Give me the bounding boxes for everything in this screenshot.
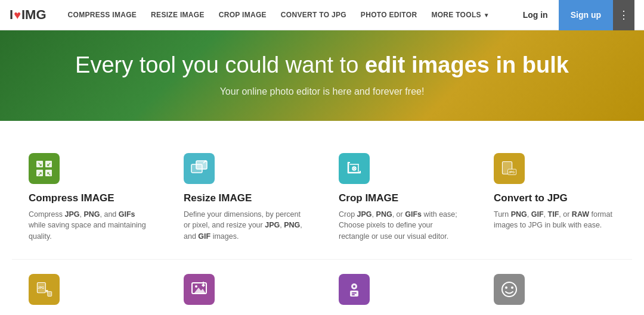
hero-section: Every tool you could want to edit images… [0, 30, 644, 121]
nav-photo-editor[interactable]: PHOTO EDITOR [354, 0, 425, 30]
nav-convert-to-jpg[interactable]: CONVERT TO JPG [274, 0, 354, 30]
resize-desc: Define your dimensions, by percent or pi… [184, 209, 305, 242]
compress-icon: ↘ ↙ ↗ ↖ [29, 153, 60, 184]
svg-point-23 [195, 285, 197, 288]
tool-convert-to-jpg[interactable]: JPG Convert to JPG Turn PNG, GIF, TIF, o… [477, 139, 632, 260]
tool-meme[interactable]: Meme generator Create your memes online … [477, 260, 632, 315]
svg-rect-29 [352, 294, 355, 295]
login-button[interactable]: Log in [512, 0, 559, 30]
photo-editor-svg [190, 280, 208, 298]
hero-subtext: Your online photo editor is here and for… [12, 86, 632, 97]
logo-img: IMG [21, 7, 47, 23]
svg-rect-9 [196, 161, 207, 169]
tool-convert-from-jpg[interactable]: JPG Convert from JPG Turn JPG images to … [12, 260, 167, 315]
watermark-svg [345, 280, 363, 298]
resize-svg [190, 160, 208, 177]
convert-to-jpg-icon: JPG [494, 153, 525, 184]
convert-to-jpg-title: Convert to JPG [494, 192, 615, 204]
tools-grid: ↘ ↙ ↗ ↖ Compress IMAGE Compress JPG, PNG… [12, 139, 632, 315]
convert-from-jpg-icon: JPG [29, 274, 60, 305]
navbar: I ♥ IMG COMPRESS IMAGE RESIZE IMAGE CROP… [0, 0, 644, 30]
crop-title: Crop IMAGE [339, 192, 460, 204]
convert-to-jpg-svg: JPG [500, 160, 518, 177]
svg-point-30 [502, 282, 516, 297]
nav-links: COMPRESS IMAGE RESIZE IMAGE CROP IMAGE C… [61, 0, 512, 30]
tools-section: ↘ ↙ ↗ ↖ Compress IMAGE Compress JPG, PNG… [0, 121, 644, 315]
nav-resize[interactable]: RESIZE IMAGE [144, 0, 212, 30]
chevron-down-icon: ▼ [484, 12, 490, 18]
tool-photo-editor[interactable]: Photo editor Spice up your pictures with… [167, 260, 322, 315]
svg-text:↙: ↙ [47, 161, 51, 167]
crop-svg [345, 160, 363, 177]
svg-rect-28 [352, 292, 357, 294]
resize-title: Resize IMAGE [184, 192, 305, 204]
crop-desc: Crop JPG, PNG, or GIFs with ease; Choose… [339, 209, 460, 242]
nav-crop[interactable]: CROP IMAGE [212, 0, 274, 30]
svg-point-27 [353, 285, 355, 288]
nav-auth: Log in Sign up ⋮ [512, 0, 634, 30]
hero-headline-normal: Every tool you could want to [75, 52, 365, 77]
menu-button[interactable]: ⋮ [613, 0, 634, 30]
hero-headline: Every tool you could want to edit images… [12, 52, 632, 79]
tool-compress[interactable]: ↘ ↙ ↗ ↖ Compress IMAGE Compress JPG, PNG… [12, 139, 167, 260]
nav-compress[interactable]: COMPRESS IMAGE [61, 0, 144, 30]
convert-from-jpg-svg: JPG [35, 280, 53, 298]
resize-icon [184, 153, 215, 184]
meme-icon [494, 274, 525, 305]
crop-icon [339, 153, 370, 184]
nav-more-tools[interactable]: MORE TOOLS ▼ [424, 0, 497, 30]
compress-svg: ↘ ↙ ↗ ↖ [35, 160, 53, 177]
svg-point-32 [511, 286, 513, 289]
svg-text:JPG: JPG [509, 170, 515, 174]
tool-watermark[interactable]: Watermark IMAGE Stamp an image or text o… [322, 260, 477, 315]
compress-title: Compress IMAGE [29, 192, 150, 204]
logo-heart-icon: ♥ [14, 8, 21, 22]
convert-to-jpg-desc: Turn PNG, GIF, TIF, or RAW format images… [494, 209, 615, 232]
svg-text:↖: ↖ [47, 171, 51, 177]
watermark-icon [339, 274, 370, 305]
svg-point-31 [505, 286, 507, 289]
logo-i: I [10, 7, 13, 23]
compress-desc: Compress JPG, PNG, and GIFs while saving… [29, 209, 150, 242]
svg-text:JPG: JPG [38, 286, 44, 289]
meme-svg [500, 280, 518, 298]
tool-resize[interactable]: Resize IMAGE Define your dimensions, by … [167, 139, 322, 260]
logo[interactable]: I ♥ IMG [10, 7, 47, 23]
svg-text:↘: ↘ [38, 161, 42, 167]
tool-crop[interactable]: Crop IMAGE Crop JPG, PNG, or GIFs with e… [322, 139, 477, 260]
photo-editor-icon [184, 274, 215, 305]
svg-rect-22 [48, 291, 52, 296]
hero-headline-bold: edit images in bulk [365, 52, 569, 77]
signup-button[interactable]: Sign up [559, 0, 613, 30]
svg-text:↗: ↗ [38, 171, 42, 177]
